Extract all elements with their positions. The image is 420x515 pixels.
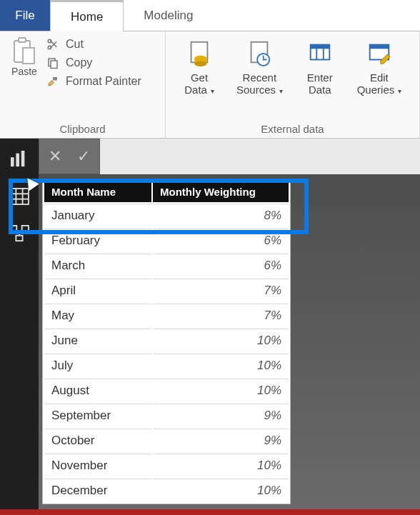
group-label-clipboard: Clipboard [7,120,158,136]
cell-month[interactable]: April [44,279,151,302]
ribbon-group-clipboard: Paste Cut Copy [0,31,166,138]
cell-month[interactable]: September [44,404,151,427]
cell-month[interactable]: July [44,354,151,377]
edit-l1: Edit [370,71,389,84]
svg-rect-26 [22,226,29,231]
cell-weight[interactable]: 10% [153,354,289,377]
model-view-icon[interactable] [9,224,30,243]
svg-point-1 [48,46,51,49]
chevron-down-icon: ▾ [209,87,214,95]
format-painter-label: Format Painter [66,75,141,88]
cell-weight[interactable]: 9% [153,429,289,452]
recent-sources-button[interactable]: Recent Sources ▾ [231,36,289,98]
cell-weight[interactable]: 10% [153,454,289,477]
table-row[interactable]: June10% [44,329,289,352]
table-row[interactable]: December10% [44,479,289,502]
formula-bar: ✕ ✓ [39,139,420,174]
get-data-button[interactable]: Get Data ▾ [178,36,221,98]
svg-rect-12 [310,45,329,49]
cell-weight[interactable]: 9% [153,404,289,427]
cell-weight[interactable]: 10% [153,329,289,352]
cell-weight[interactable]: 8% [153,204,289,227]
cell-weight[interactable]: 6% [153,229,289,252]
cell-weight[interactable]: 10% [153,379,289,402]
table-row[interactable]: February6% [44,229,289,252]
commit-formula-button[interactable]: ✓ [77,147,90,166]
enter-l2: Data [309,84,331,96]
formula-input[interactable] [100,139,420,174]
tab-strip: File Home Modeling [0,0,420,31]
cell-month[interactable]: December [44,479,151,502]
cell-month[interactable]: February [44,229,151,252]
svg-point-8 [194,61,206,66]
view-switcher [0,139,39,515]
cell-month[interactable]: October [44,429,151,452]
table-row[interactable]: September9% [44,404,289,427]
chevron-down-icon: ▾ [396,87,401,95]
svg-rect-18 [16,154,19,166]
status-bar [0,509,420,515]
svg-rect-16 [370,45,389,49]
tab-home[interactable]: Home [50,0,124,31]
table-row[interactable]: November10% [44,454,289,477]
edit-table-icon [364,37,395,69]
svg-rect-17 [11,157,14,166]
scissors-icon [46,37,60,51]
format-painter-button[interactable]: Format Painter [46,74,141,89]
edit-queries-button[interactable]: Edit Queries ▾ [351,36,407,98]
cell-month[interactable]: August [44,379,151,402]
table-icon [304,37,336,69]
svg-point-0 [48,39,51,43]
svg-rect-3 [51,61,57,69]
cell-month[interactable]: January [44,204,151,227]
col-header-weight[interactable]: Monthly Weighting [153,181,289,202]
cell-weight[interactable]: 10% [153,479,289,502]
recent-icon [244,37,275,69]
data-table[interactable]: Month Name Monthly Weighting January8%Fe… [43,180,290,504]
enter-data-button[interactable]: Enter Data [299,36,341,98]
table-header-row: Month Name Monthly Weighting [44,181,289,202]
ribbon-group-external-data: Get Data ▾ Recent Sources ▾ Enter Data [166,31,420,138]
data-canvas: Month Name Monthly Weighting January8%Fe… [39,174,420,515]
table-row[interactable]: January8% [44,204,289,227]
cell-weight[interactable]: 7% [153,279,289,302]
copy-button[interactable]: Copy [46,56,141,70]
cell-weight[interactable]: 6% [153,254,289,277]
col-header-month[interactable]: Month Name [44,181,151,202]
svg-rect-19 [21,151,25,166]
cell-month[interactable]: March [44,254,151,277]
paste-button[interactable]: Paste [7,36,41,77]
cell-month[interactable]: June [44,329,151,352]
tab-file[interactable]: File [0,0,50,31]
table-row[interactable]: October9% [44,429,289,452]
recent-l1: Recent [243,71,277,84]
cell-month[interactable]: November [44,454,151,477]
work-area: ✕ ✓ Month Name Monthly Weighting January… [0,139,420,515]
database-icon [184,37,215,69]
edit-l2: Queries [357,84,395,96]
table-row[interactable]: March6% [44,254,289,277]
svg-rect-25 [10,226,16,231]
cut-label: Cut [66,38,84,51]
table-row[interactable]: July10% [44,354,289,377]
cell-month[interactable]: May [44,304,151,327]
copy-icon [46,56,60,70]
table-row[interactable]: May7% [44,304,289,327]
svg-rect-27 [16,236,22,241]
cut-button[interactable]: Cut [46,37,141,51]
data-view-icon[interactable] [9,187,30,206]
chevron-down-icon: ▾ [277,87,283,95]
paintbrush-icon [46,74,60,89]
tab-modeling[interactable]: Modeling [124,0,214,31]
recent-l2: Sources [236,84,276,96]
table-row[interactable]: April7% [44,279,289,302]
cancel-formula-button[interactable]: ✕ [49,147,61,166]
get-data-l1: Get [191,71,208,84]
clipboard-icon [12,37,36,66]
report-view-icon[interactable] [9,150,30,169]
group-label-external: External data [173,120,412,136]
table-row[interactable]: August10% [44,379,289,402]
get-data-l2: Data [184,84,207,96]
svg-rect-4 [53,77,57,81]
cell-weight[interactable]: 7% [153,304,289,327]
